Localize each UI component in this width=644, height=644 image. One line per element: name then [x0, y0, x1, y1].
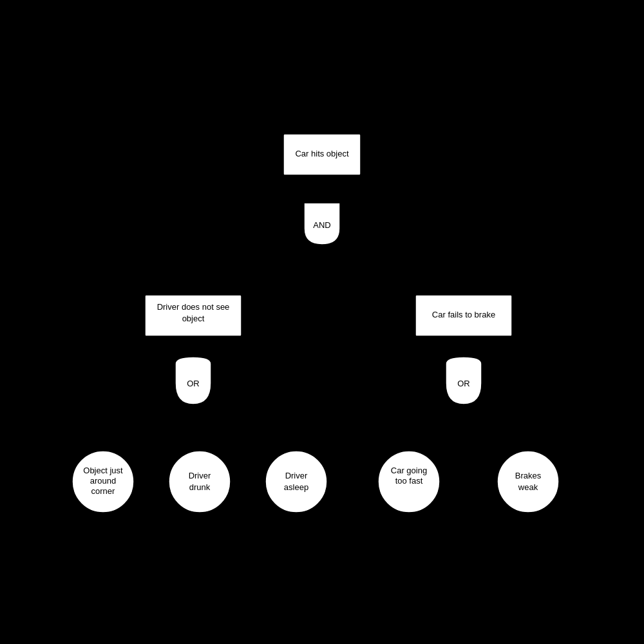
line-or-right-leaf5	[464, 404, 528, 451]
fault-tree-diagram: Car hits object AND Driver does not see …	[0, 0, 644, 644]
gate-or-left: OR	[175, 357, 211, 404]
node-leaf2: Driver drunk	[169, 451, 231, 513]
line-or-left-leaf1	[103, 404, 193, 451]
leaf1-line3: corner	[91, 486, 116, 496]
svg-point-5	[265, 451, 327, 513]
svg-point-4	[169, 451, 231, 513]
leaf2-line2: drunk	[189, 482, 211, 492]
line-or-left-leaf3	[193, 404, 296, 451]
leaf4-line1: Car going	[391, 466, 427, 475]
node-left-event: Driver does not see object	[145, 295, 242, 336]
node-leaf1: Object just around corner	[72, 451, 134, 513]
left-event-label2: object	[182, 314, 205, 323]
svg-point-7	[497, 451, 559, 513]
leaf3-line1: Driver	[285, 471, 308, 480]
gate-or-left-label: OR	[187, 379, 200, 388]
line-and-left	[193, 243, 322, 295]
leaf1-line1: Object just	[83, 466, 123, 475]
node-right-event: Car fails to brake	[415, 295, 512, 336]
gate-or-right-label: OR	[457, 379, 470, 388]
node-leaf4: Car going too fast	[378, 451, 440, 513]
node-leaf5: Brakes weak	[497, 451, 559, 513]
node-leaf3: Driver asleep	[265, 451, 327, 513]
leaf5-line1: Brakes	[515, 471, 542, 480]
node-root: Car hits object	[283, 134, 361, 175]
gate-or-right: OR	[446, 357, 482, 404]
leaf4-line2: too fast	[395, 476, 423, 486]
gate-and-label: AND	[313, 220, 330, 230]
root-label: Car hits object	[295, 149, 348, 158]
line-and-right	[322, 243, 464, 295]
right-event-label: Car fails to brake	[432, 310, 495, 319]
leaf2-line1: Driver	[189, 471, 211, 480]
leaf3-line2: asleep	[284, 482, 308, 492]
line-or-left-leaf2	[193, 404, 200, 451]
left-event-label: Driver does not see	[157, 302, 230, 312]
gate-and: AND	[304, 203, 340, 245]
leaf1-line2: around	[90, 476, 116, 486]
tree-svg: Car hits object AND Driver does not see …	[0, 0, 644, 644]
line-or-right-leaf4	[409, 404, 464, 451]
leaf5-line2: weak	[518, 482, 538, 492]
